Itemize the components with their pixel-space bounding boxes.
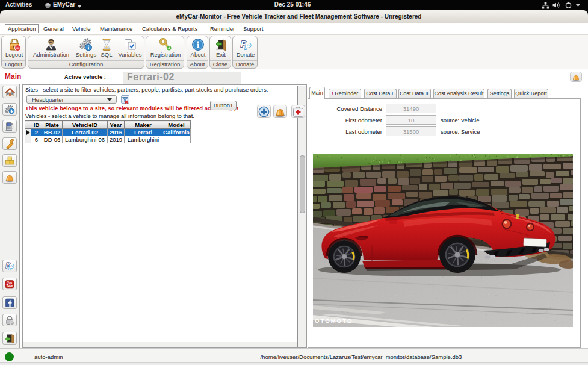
svg-text:P: P: [245, 41, 252, 51]
svg-text:P: P: [9, 263, 14, 271]
svg-text:OTOMOTO: OTOMOTO: [315, 317, 353, 324]
svg-text:Tube: Tube: [7, 284, 13, 287]
